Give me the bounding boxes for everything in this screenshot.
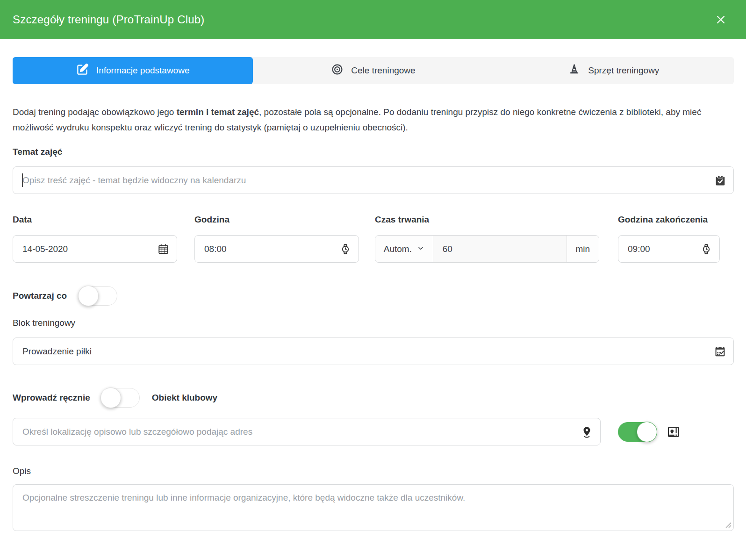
duration-group: Autom. min	[375, 235, 599, 263]
block-input[interactable]	[13, 337, 734, 365]
modal-header: Szczegóły treningu (ProTrainUp Club)	[0, 0, 746, 39]
club-facility-label: Obiekt klubowy	[152, 393, 217, 403]
intro-text: Dodaj trening podając obowiązkowo jego t…	[13, 104, 734, 135]
location-pin-icon[interactable]	[581, 425, 593, 438]
location-input-wrap	[13, 418, 601, 445]
schedule-row: Data Godzina	[13, 215, 734, 263]
topic-label: Temat zajęć	[13, 147, 734, 157]
duration-label: Czas trwania	[375, 215, 599, 225]
location-mode-row: Wprowadź ręcznie Obiekt klubowy	[13, 388, 734, 408]
manual-entry-label: Wprowadź ręcznie	[13, 393, 90, 403]
clipboard-check-icon[interactable]	[714, 174, 726, 187]
text-cursor	[22, 173, 23, 187]
tab-label: Informacje podstawowe	[96, 65, 190, 76]
tab-label: Sprzęt treningowy	[588, 65, 659, 76]
start-time-input[interactable]	[194, 235, 359, 263]
tab-bar: Informacje podstawowe Cele treningowe	[13, 57, 734, 84]
duration-input[interactable]	[433, 236, 567, 262]
toggle-knob	[78, 286, 99, 306]
location-input[interactable]	[13, 418, 601, 445]
block-input-wrap	[13, 337, 734, 365]
end-time-field: Godzina zakończenia	[618, 215, 720, 263]
traffic-cone-icon	[568, 63, 581, 78]
intro-bold: termin i temat zajęć	[177, 107, 259, 117]
date-input[interactable]	[13, 235, 177, 263]
toggle-knob	[637, 422, 657, 442]
manual-entry-toggle[interactable]	[101, 388, 140, 408]
duration-mode-select[interactable]: Autom.	[375, 236, 433, 262]
date-label: Data	[13, 215, 177, 225]
topic-input[interactable]	[13, 166, 734, 194]
description-label: Opis	[13, 466, 734, 476]
description-textarea[interactable]	[13, 484, 734, 531]
topic-input-wrap	[13, 166, 734, 194]
block-label: Blok treningowy	[13, 318, 734, 328]
training-details-modal: Szczegóły treningu (ProTrainUp Club) Inf…	[0, 0, 746, 560]
edit-icon	[76, 63, 89, 78]
tab-informacje-podstawowe[interactable]: Informacje podstawowe	[13, 57, 253, 84]
repeat-row: Powtarzaj co	[13, 286, 734, 306]
close-icon[interactable]	[715, 14, 726, 25]
repeat-toggle[interactable]	[79, 286, 117, 306]
modal-body: Informacje podstawowe Cele treningowe	[0, 57, 746, 531]
watch-icon[interactable]	[339, 243, 351, 255]
duration-mode-value: Autom.	[384, 244, 412, 254]
calendar-icon[interactable]	[157, 243, 170, 255]
tab-sprzet-treningowy[interactable]: Sprzęt treningowy	[494, 57, 734, 84]
end-time-label: Godzina zakończenia	[618, 215, 720, 225]
map-icon[interactable]	[667, 425, 681, 439]
location-row	[13, 418, 734, 445]
chevron-down-icon	[417, 244, 424, 254]
description-wrap	[13, 484, 734, 531]
duration-field: Czas trwania Autom. min	[375, 215, 599, 263]
start-time-field: Godzina	[194, 215, 359, 263]
resize-handle-icon[interactable]	[725, 522, 732, 528]
modal-title: Szczegóły treningu (ProTrainUp Club)	[13, 13, 204, 26]
club-facility-toggle[interactable]	[618, 422, 656, 442]
repeat-label: Powtarzaj co	[13, 291, 67, 301]
start-time-label: Godzina	[194, 215, 359, 225]
duration-unit: min	[567, 236, 599, 262]
tab-cele-treningowe[interactable]: Cele treningowe	[253, 57, 493, 84]
calendar-check-icon[interactable]	[714, 345, 726, 358]
toggle-knob	[100, 388, 121, 408]
target-icon	[331, 63, 344, 78]
tab-label: Cele treningowe	[351, 65, 415, 76]
date-field: Data	[13, 215, 177, 263]
watch-icon[interactable]	[700, 243, 712, 255]
